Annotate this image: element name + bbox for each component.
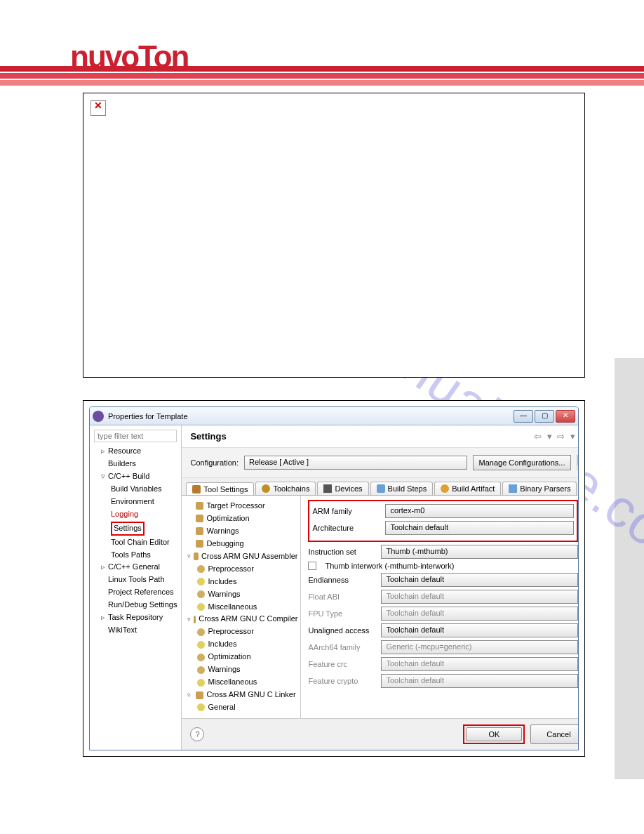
- unaligned-access-label: Unaligned access: [308, 626, 375, 635]
- tab-binary-parsers[interactable]: Binary Parsers: [502, 482, 577, 495]
- tt-preprocessor-c[interactable]: Preprocessor: [185, 626, 297, 638]
- nav-arrows[interactable]: ⇦ ▾ ⇨ ▾ ▾: [534, 431, 579, 442]
- cancel-button[interactable]: Cancel: [530, 724, 579, 744]
- tt-preprocessor[interactable]: Preprocessor: [185, 563, 297, 576]
- tree-proj-refs[interactable]: Project References: [94, 586, 177, 599]
- configuration-label: Configuration:: [190, 458, 239, 467]
- page-header: nuvoTon: [0, 0, 644, 84]
- feature-crypto-select: Toolchain default: [381, 674, 578, 688]
- page-icon: [197, 654, 205, 661]
- architecture-select[interactable]: Toolchain default: [385, 521, 574, 535]
- gear-icon: [197, 578, 205, 585]
- close-button[interactable]: ✕: [556, 410, 575, 423]
- wrench-icon: [196, 515, 203, 522]
- tt-clinker[interactable]: ▿Cross ARM GNU C Linker: [185, 689, 297, 701]
- minimize-button[interactable]: —: [514, 410, 533, 423]
- config-scroll[interactable]: ▲: [577, 455, 579, 470]
- tt-includes-c[interactable]: Includes: [185, 638, 297, 651]
- tt-optimization[interactable]: Optimization: [185, 512, 297, 525]
- arm-family-select[interactable]: cortex-m0: [385, 504, 574, 518]
- tree-resource[interactable]: ▹Resource: [94, 445, 177, 458]
- tool-settings-tree: Target Processor Optimization Warnings D…: [182, 496, 301, 718]
- wrench-icon: [192, 485, 201, 494]
- ok-highlight: OK: [463, 724, 525, 744]
- tab-build-steps[interactable]: Build Steps: [370, 482, 434, 495]
- tree-linux-tools[interactable]: Linux Tools Path: [94, 574, 177, 586]
- filter-input[interactable]: [94, 430, 177, 442]
- wrench-icon: [194, 616, 196, 623]
- tt-warnings[interactable]: Warnings: [185, 525, 297, 538]
- instruction-set-label: Instruction set: [308, 548, 375, 556]
- broken-image-icon: [90, 100, 106, 116]
- page-icon: [197, 628, 205, 636]
- dialog-screenshot-frame: Properties for Template — ▢ ✕ ▹Resource …: [83, 400, 585, 757]
- help-button[interactable]: ?: [190, 727, 204, 741]
- artifact-icon: [441, 484, 449, 493]
- float-abi-select: Toolchain default: [381, 590, 578, 604]
- tree-logging[interactable]: Logging: [94, 508, 177, 521]
- tab-devices[interactable]: Devices: [317, 482, 368, 495]
- aarch64-family-select: Generic (-mcpu=generic): [381, 640, 578, 654]
- float-abi-label: Float ABI: [308, 593, 375, 601]
- page-icon: [197, 590, 205, 598]
- wrench-icon: [196, 540, 203, 548]
- thumb-interwork-checkbox[interactable]: [308, 562, 316, 570]
- feature-crc-select: Toolchain default: [381, 657, 578, 671]
- tree-rundebug[interactable]: Run/Debug Settings: [94, 599, 177, 611]
- broken-image-frame: [83, 93, 585, 378]
- tree-builders[interactable]: Builders: [94, 458, 177, 470]
- tab-overflow[interactable]: ▸: [578, 481, 579, 495]
- feature-crypto-label: Feature crypto: [308, 677, 375, 685]
- page-title: Settings: [190, 431, 226, 442]
- tree-ccbuild[interactable]: ▿C/C++ Build: [94, 470, 177, 483]
- tt-debugging[interactable]: Debugging: [185, 538, 297, 550]
- tt-misc-asm[interactable]: Miscellaneous: [185, 601, 297, 614]
- side-shadow: [615, 358, 644, 779]
- page-icon: [197, 666, 205, 674]
- tabstrip: Tool Settings Toolchains Devices Build S…: [182, 478, 579, 496]
- configuration-select[interactable]: Release [ Active ]: [244, 456, 467, 470]
- tab-toolchains[interactable]: Toolchains: [255, 482, 316, 495]
- device-icon: [323, 484, 332, 493]
- tab-build-artifact[interactable]: Build Artifact: [434, 482, 501, 495]
- wrench-icon: [196, 527, 203, 535]
- tree-task-repo[interactable]: ▹Task Repository: [94, 611, 177, 624]
- binary-icon: [509, 484, 517, 493]
- tree-settings[interactable]: Settings: [94, 521, 177, 536]
- tree-ccgeneral[interactable]: ▹C/C++ General: [94, 561, 177, 574]
- tt-assembler[interactable]: ▿Cross ARM GNU Assembler: [185, 550, 297, 563]
- tab-tool-settings[interactable]: Tool Settings: [186, 482, 254, 496]
- manage-configurations-button[interactable]: Manage Configurations...: [473, 455, 572, 470]
- tt-warnings-asm[interactable]: Warnings: [185, 588, 297, 601]
- arm-family-label: ARM family: [312, 507, 380, 515]
- ok-button[interactable]: OK: [466, 727, 522, 741]
- instruction-set-select[interactable]: Thumb (-mthumb): [381, 545, 578, 559]
- chain-icon: [262, 484, 270, 493]
- tt-ccompiler[interactable]: ▿Cross ARM GNU C Compiler: [185, 613, 297, 626]
- tt-misc-c[interactable]: Miscellaneous: [185, 676, 297, 689]
- category-tree-panel: ▹Resource Builders ▿C/C++ Build Build Va…: [90, 425, 182, 750]
- tt-general[interactable]: General: [185, 701, 297, 714]
- unaligned-access-select[interactable]: Toolchain default: [381, 623, 578, 637]
- endianness-select[interactable]: Toolchain default: [381, 573, 578, 587]
- page-icon: [197, 565, 205, 573]
- tt-target-processor[interactable]: Target Processor: [185, 500, 297, 512]
- endianness-label: Endianness: [308, 576, 375, 584]
- wrench-icon: [194, 552, 198, 560]
- tt-warnings-c[interactable]: Warnings: [185, 663, 297, 676]
- fpu-type-select: Toolchain default: [381, 607, 578, 621]
- tree-environment[interactable]: Environment: [94, 496, 177, 508]
- wrench-icon: [196, 502, 203, 510]
- fpu-type-label: FPU Type: [308, 609, 375, 618]
- header-stripes: [0, 66, 644, 84]
- tree-toolchain-editor[interactable]: Tool Chain Editor: [94, 536, 177, 549]
- target-processor-form: ARM family cortex-m0 Architecture Toolch…: [301, 496, 579, 718]
- tt-includes[interactable]: Includes: [185, 576, 297, 588]
- maximize-button[interactable]: ▢: [535, 410, 554, 423]
- tt-optimization-c[interactable]: Optimization: [185, 651, 297, 663]
- tree-build-vars[interactable]: Build Variables: [94, 483, 177, 496]
- properties-dialog: Properties for Template — ▢ ✕ ▹Resource …: [89, 406, 579, 750]
- titlebar: Properties for Template — ▢ ✕: [90, 407, 578, 425]
- tree-tools-paths[interactable]: Tools Paths: [94, 549, 177, 562]
- tree-wikitext[interactable]: WikiText: [94, 624, 177, 637]
